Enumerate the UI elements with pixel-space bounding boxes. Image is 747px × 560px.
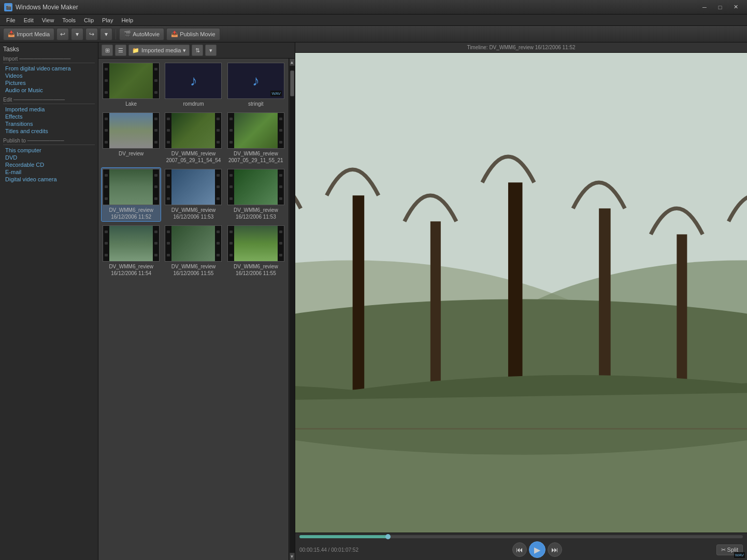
toolbar-separator-1 [116, 29, 116, 39]
film-strip-right [278, 113, 284, 148]
task-pictures[interactable]: Pictures [3, 79, 95, 87]
media-toolbar: ⊞ ☰ 📁 Imported media ▾ ⇅ ▾ [98, 42, 295, 59]
fast-forward-button[interactable]: ⏭ [548, 542, 562, 557]
svg-rect-8 [430, 221, 441, 390]
task-videos[interactable]: Videos [3, 72, 95, 79]
menu-edit[interactable]: Edit [20, 16, 38, 24]
media-item-label: DV_review [119, 150, 143, 157]
close-button[interactable]: ✕ [728, 2, 743, 12]
list-item[interactable]: DV_WMM6_review16/12/2006 11:55 [226, 224, 285, 278]
media-collection-dropdown[interactable]: 📁 Imported media ▾ [128, 45, 190, 56]
edit-section-title: Edit ────────────── [3, 97, 95, 104]
svg-rect-9 [508, 182, 523, 390]
preview-controls: 00:00:15.44 / 00:01:07:52 ⏮ ▶ ⏭ ✂ Split [295, 533, 747, 560]
media-item-label: DV_WMM6_review16/12/2006 11:55 [171, 263, 216, 277]
task-email[interactable]: E-mail [3, 168, 95, 176]
task-effects[interactable]: Effects [3, 113, 95, 120]
menu-clip[interactable]: Clip [80, 16, 98, 24]
play-button[interactable]: ▶ [529, 541, 545, 558]
film-strip-right [215, 226, 221, 261]
menu-view[interactable]: View [38, 16, 59, 24]
list-item[interactable]: DV_WMM6_review2007_05_29_11_54_54 [164, 111, 223, 165]
menu-file[interactable]: File [2, 16, 20, 24]
menu-bar: File Edit View Tools Clip Play Help [0, 15, 747, 26]
list-item[interactable]: Lake [102, 62, 161, 108]
preview-progress-thumb[interactable] [385, 534, 391, 539]
import-section: Import ────────────── From digital video… [3, 56, 95, 94]
collection-icon: 📁 [132, 47, 139, 54]
list-item[interactable]: ♪ WAV romdrum [164, 62, 223, 108]
task-this-computer[interactable]: This computer [3, 147, 95, 154]
list-item[interactable]: ♪ WAV stringit [226, 62, 285, 108]
media-thumbnail [165, 225, 222, 262]
app-title: Windows Movie Maker [16, 4, 697, 11]
menu-play[interactable]: Play [98, 16, 117, 24]
media-item-label: DV_WMM6_review16/12/2006 11:53 [234, 207, 278, 220]
film-strip-left [103, 113, 109, 148]
media-item-label: romdrum [183, 100, 204, 107]
film-strip-left [228, 226, 234, 261]
film-strip-left [103, 226, 109, 261]
undo-dropdown[interactable]: ▾ [71, 28, 83, 40]
media-details-view-button[interactable]: ☰ [115, 45, 126, 56]
list-item[interactable]: DV_WMM6_review16/12/2006 11:53 [226, 168, 285, 221]
list-item[interactable]: DV_WMM6_review16/12/2006 11:53 [164, 168, 223, 221]
scroll-thumb[interactable] [290, 70, 294, 96]
list-item[interactable]: DV_WMM6_review2007_05_29_11_55_21 [226, 111, 285, 165]
svg-rect-7 [353, 195, 365, 390]
task-titles-credits[interactable]: Titles and credits [3, 127, 95, 135]
preview-panel: Timeline: DV_WMM6_review 16/12/2006 11:5… [295, 42, 747, 560]
import-media-button[interactable]: 📥 Import Media [3, 28, 54, 40]
scroll-up-button[interactable]: ▲ [290, 59, 295, 66]
auto-movie-button[interactable]: 🎬 AutoMovie [119, 28, 164, 40]
media-thumbnail [165, 112, 222, 149]
film-strip-right [153, 63, 159, 98]
menu-help[interactable]: Help [117, 16, 137, 24]
media-item-label: DV_WMM6_review16/12/2006 11:52 [109, 207, 153, 220]
dropdown-arrow-icon: ▾ [183, 47, 186, 54]
media-thumbnail [165, 169, 222, 205]
task-digital-camera[interactable]: Digital video camera [3, 176, 95, 183]
film-strip-left [103, 63, 109, 98]
undo-button[interactable]: ↩ [56, 28, 69, 40]
task-transitions[interactable]: Transitions [3, 120, 95, 127]
task-dvd[interactable]: DVD [3, 154, 95, 161]
list-item[interactable]: DV_WMM6_review16/12/2006 11:55 [164, 224, 223, 278]
list-item[interactable]: DV_WMM6_review16/12/2006 11:54 [102, 224, 161, 278]
preview-progress-fill [299, 535, 388, 538]
task-audio-music[interactable]: Audio or Music [3, 87, 95, 94]
main-area: Tasks Import ────────────── From digital… [0, 42, 747, 560]
media-grid-view-button[interactable]: ⊞ [102, 45, 113, 56]
media-thumbnail [227, 225, 284, 262]
task-imported-media[interactable]: Imported media [3, 106, 95, 113]
scroll-down-button[interactable]: ▼ [290, 553, 295, 560]
media-sort-dropdown[interactable]: ▾ [205, 45, 217, 56]
redo-button[interactable]: ↪ [85, 28, 98, 40]
rewind-button[interactable]: ⏮ [512, 542, 527, 557]
minimize-button[interactable]: ─ [697, 2, 712, 12]
media-item-label: DV_WMM6_review2007_05_29_11_54_54 [166, 150, 221, 164]
media-thumbnail [103, 169, 160, 205]
menu-tools[interactable]: Tools [58, 16, 80, 24]
redo-dropdown[interactable]: ▾ [100, 28, 112, 40]
tasks-title: Tasks [3, 46, 95, 53]
import-section-title: Import ────────────── [3, 56, 95, 63]
audio-icon: ♪ [190, 73, 197, 89]
media-item-label: DV_WMM6_review2007_05_29_11_55_21 [228, 150, 283, 164]
list-item[interactable]: DV_review [102, 111, 161, 165]
media-scrollbar[interactable]: ▲ ▼ [289, 59, 295, 560]
scroll-track [290, 66, 295, 553]
preview-button-row: 00:00:15.44 / 00:01:07:52 ⏮ ▶ ⏭ ✂ Split [299, 541, 743, 558]
preview-progress-bar[interactable] [299, 535, 743, 538]
film-strip-right [153, 226, 159, 261]
task-recordable-cd[interactable]: Recordable CD [3, 161, 95, 168]
film-strip-left [165, 113, 171, 148]
film-strip-right [215, 113, 221, 148]
media-sort-button[interactable]: ⇅ [192, 45, 203, 56]
svg-rect-11 [677, 234, 687, 390]
task-from-camera[interactable]: From digital video camera [3, 65, 95, 72]
maximize-button[interactable]: □ [713, 2, 727, 12]
publish-movie-button[interactable]: 📤 Publish Movie [166, 28, 220, 40]
film-strip-right [278, 169, 284, 205]
list-item[interactable]: DV_WMM6_review16/12/2006 11:52 [102, 168, 161, 221]
